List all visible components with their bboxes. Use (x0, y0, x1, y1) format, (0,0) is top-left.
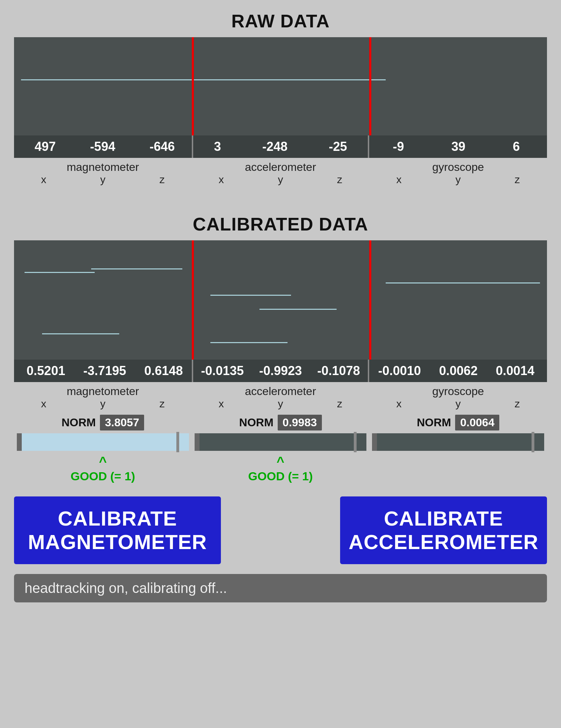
calibrated-labels-row: magnetometer x y z accelerometer x y z g… (14, 385, 547, 410)
acc-good-label: GOOD (= 1) (248, 469, 313, 483)
progress-bars-row (14, 433, 547, 452)
raw-mag-axis-z: z (160, 174, 165, 186)
raw-acc-x: 3 (214, 139, 221, 154)
raw-gyro-axis-z: z (515, 174, 520, 186)
mag-norm-value: 3.8057 (100, 415, 144, 430)
cal-acc-x: -0.0135 (201, 363, 244, 378)
cal-gyro-x: -0.0010 (378, 363, 421, 378)
gyro-norm-value: 0.0064 (455, 415, 499, 430)
cal-gyro-label: gyroscope (432, 385, 484, 398)
raw-gyro-x: -9 (393, 139, 404, 154)
mag-good-caret: ^ (99, 454, 107, 469)
norm-row: NORM 3.8057 NORM 0.9983 NORM 0.0064 (14, 415, 547, 430)
raw-mag-axis-x: x (41, 174, 46, 186)
raw-mag-z: -646 (149, 139, 175, 154)
mag-norm-label: NORM (61, 416, 96, 429)
raw-acc-z: -25 (329, 139, 347, 154)
raw-gyro-label: gyroscope (432, 161, 484, 174)
raw-acc-axis-y: y (278, 174, 283, 186)
raw-mag-axis-y: y (100, 174, 106, 186)
calibrate-accelerometer-button[interactable]: CALIBRATEACCELEROMETER (340, 496, 547, 564)
calibrated-chart (14, 240, 547, 360)
cal-gyro-axis-z: z (515, 398, 520, 410)
raw-labels-row: magnetometer x y z accelerometer x y z g… (14, 161, 547, 186)
good-labels-row: ^ GOOD (= 1) ^ GOOD (= 1) (14, 454, 547, 483)
cal-mag-y: -3.7195 (83, 363, 126, 378)
calibrated-values-bar: 0.5201 -3.7195 0.6148 -0.0135 -0.9923 -0… (14, 360, 547, 382)
raw-gyro-axis-x: x (396, 174, 401, 186)
raw-gyro-y: 39 (451, 139, 465, 154)
cal-mag-axis-y: y (100, 398, 106, 410)
cal-mag-axis-x: x (41, 398, 46, 410)
raw-acc-axis-z: z (337, 174, 342, 186)
acc-good-caret: ^ (277, 454, 284, 469)
cal-acc-axis-x: x (219, 398, 224, 410)
cal-gyro-z: 0.0014 (496, 363, 534, 378)
raw-acc-label: accelerometer (245, 161, 316, 174)
cal-mag-label: magnetometer (67, 385, 139, 398)
raw-mag-x: 497 (35, 139, 56, 154)
cal-mag-axis-z: z (160, 398, 165, 410)
cal-mag-z: 0.6148 (144, 363, 183, 378)
status-bar: headtracking on, calibrating off... (14, 574, 547, 602)
cal-gyro-axis-x: x (396, 398, 401, 410)
cal-acc-z: -0.1078 (317, 363, 360, 378)
calibrated-data-title: CALIBRATED DATA (193, 214, 368, 235)
gyro-norm-label: NORM (417, 416, 451, 429)
raw-chart (14, 37, 547, 135)
cal-gyro-axis-y: y (455, 398, 461, 410)
calibrate-buttons-row: CALIBRATEMAGNETOMETER CALIBRATEACCELEROM… (14, 496, 547, 564)
raw-acc-y: -248 (262, 139, 288, 154)
cal-mag-x: 0.5201 (27, 363, 65, 378)
cal-acc-axis-y: y (278, 398, 283, 410)
acc-norm-value: 0.9983 (278, 415, 322, 430)
raw-values-bar: 497 -594 -646 3 -248 -25 -9 39 6 (14, 135, 547, 158)
cal-gyro-y: 0.0062 (439, 363, 478, 378)
mag-good-label: GOOD (= 1) (70, 469, 135, 483)
raw-acc-axis-x: x (219, 174, 224, 186)
raw-data-title: RAW DATA (231, 11, 330, 32)
raw-mag-y: -594 (90, 139, 115, 154)
calibrate-magnetometer-button[interactable]: CALIBRATEMAGNETOMETER (14, 496, 221, 564)
cal-acc-axis-z: z (337, 398, 342, 410)
cal-acc-label: accelerometer (245, 385, 316, 398)
acc-norm-label: NORM (239, 416, 273, 429)
raw-gyro-axis-y: y (455, 174, 461, 186)
raw-mag-label: magnetometer (67, 161, 139, 174)
raw-gyro-z: 6 (513, 139, 520, 154)
cal-acc-y: -0.9923 (259, 363, 302, 378)
